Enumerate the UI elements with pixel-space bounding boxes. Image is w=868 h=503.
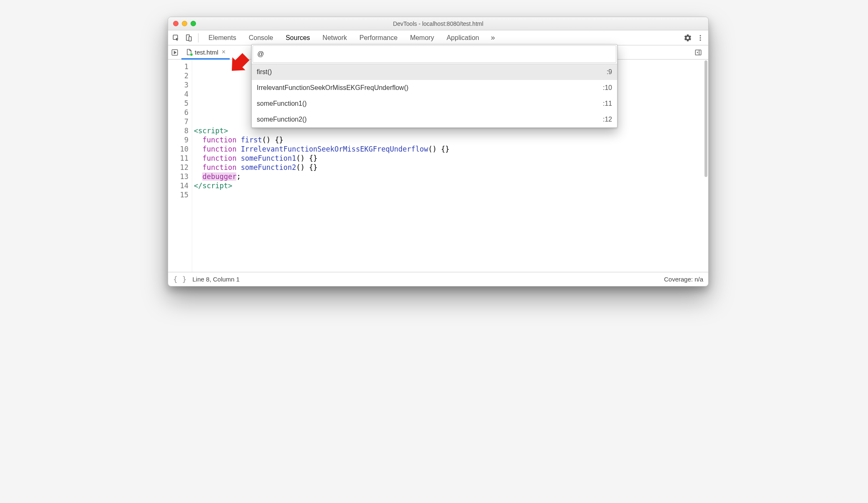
devtools-window: DevTools - localhost:8080/test.html Elem…: [168, 17, 709, 286]
tab-console[interactable]: Console: [249, 34, 273, 42]
code-line[interactable]: function first() {}: [194, 135, 704, 144]
quick-open-item[interactable]: IrrelevantFunctionSeekOrMissEKGFreqUnder…: [252, 80, 617, 96]
code-line[interactable]: function IrrelevantFunctionSeekOrMissEKG…: [194, 144, 704, 154]
debugger-pause-icon[interactable]: [168, 46, 181, 59]
svg-point-3: [700, 35, 701, 36]
quick-open-item[interactable]: someFunction2():12: [252, 112, 617, 127]
scrollbar-thumb[interactable]: [704, 60, 707, 177]
code-line[interactable]: </script>: [194, 181, 704, 190]
titlebar: DevTools - localhost:8080/test.html: [168, 17, 708, 30]
line-number[interactable]: 3: [168, 80, 188, 90]
statusbar: { } Line 8, Column 1 Coverage: n/a: [168, 272, 708, 286]
tab-performance[interactable]: Performance: [360, 34, 398, 42]
line-number[interactable]: 6: [168, 108, 188, 117]
file-tab[interactable]: test.html ×: [181, 46, 230, 60]
pretty-print-icon[interactable]: { }: [173, 275, 187, 284]
line-number[interactable]: 7: [168, 117, 188, 126]
line-number[interactable]: 15: [168, 190, 188, 199]
line-number[interactable]: 14: [168, 181, 188, 190]
main-toolbar: ElementsConsoleSourcesNetworkPerformance…: [168, 30, 708, 45]
svg-point-4: [700, 37, 701, 38]
line-number[interactable]: 9: [168, 135, 188, 144]
quick-open-input[interactable]: [253, 45, 616, 63]
window-title: DevTools - localhost:8080/test.html: [168, 20, 708, 27]
coverage-status: Coverage: n/a: [664, 276, 703, 283]
code-line[interactable]: [194, 190, 704, 199]
tab-network[interactable]: Network: [322, 34, 347, 42]
line-number[interactable]: 8: [168, 126, 188, 135]
line-number[interactable]: 1: [168, 62, 188, 71]
file-icon: [186, 49, 192, 55]
device-toggle-icon[interactable]: [182, 32, 195, 44]
quick-open-results: first():9IrrelevantFunctionSeekOrMissEKG…: [252, 64, 617, 127]
line-number[interactable]: 12: [168, 163, 188, 172]
kebab-menu-icon[interactable]: [694, 32, 707, 44]
line-number[interactable]: 4: [168, 90, 188, 99]
svg-rect-2: [189, 37, 191, 41]
toggle-sidebar-icon[interactable]: [692, 46, 705, 59]
code-line[interactable]: function someFunction1() {}: [194, 154, 704, 163]
tab-elements[interactable]: Elements: [208, 34, 236, 42]
svg-rect-7: [695, 50, 701, 55]
line-number[interactable]: 10: [168, 144, 188, 154]
vertical-scrollbar[interactable]: [704, 60, 708, 272]
line-number[interactable]: 13: [168, 172, 188, 181]
line-number[interactable]: 2: [168, 71, 188, 80]
settings-icon[interactable]: [682, 32, 694, 44]
tab-application[interactable]: Application: [446, 34, 479, 42]
more-tabs-icon[interactable]: »: [486, 33, 500, 42]
toolbar-separator: [198, 33, 198, 42]
line-number[interactable]: 11: [168, 154, 188, 163]
inspect-element-icon[interactable]: [170, 32, 182, 44]
line-number[interactable]: 5: [168, 99, 188, 108]
file-tab-label: test.html: [195, 49, 218, 56]
svg-point-5: [700, 39, 701, 40]
close-tab-icon[interactable]: ×: [222, 48, 226, 56]
tab-memory[interactable]: Memory: [410, 34, 434, 42]
panel-tabs: ElementsConsoleSourcesNetworkPerformance…: [202, 34, 486, 42]
quick-open-popup: first():9IrrelevantFunctionSeekOrMissEKG…: [251, 44, 618, 128]
tab-sources[interactable]: Sources: [285, 34, 310, 42]
quick-open-item[interactable]: someFunction1():11: [252, 96, 617, 112]
line-gutter: 123456789101112131415: [168, 60, 192, 272]
quick-open-item[interactable]: first():9: [252, 64, 617, 80]
code-line[interactable]: debugger;: [194, 172, 704, 181]
cursor-position: Line 8, Column 1: [193, 276, 240, 283]
code-line[interactable]: function someFunction2() {}: [194, 163, 704, 172]
